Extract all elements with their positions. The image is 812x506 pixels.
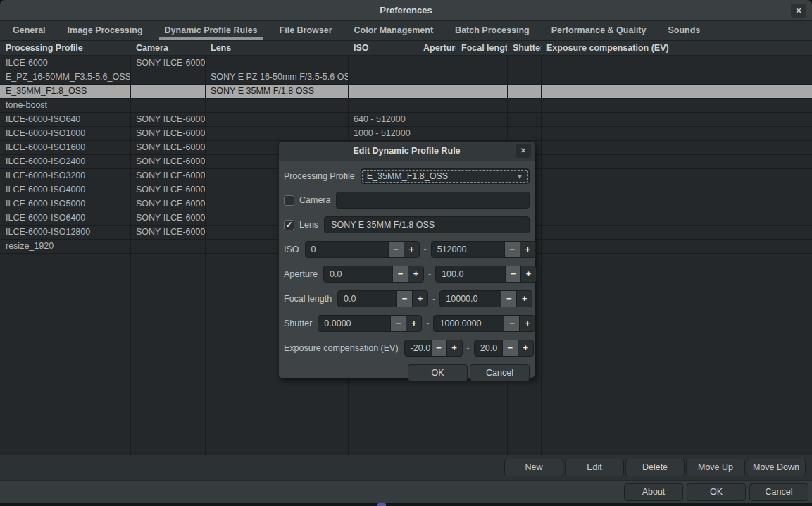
exposure-compensation-ev-max-value[interactable]: 20.0 [475,340,502,356]
increment-button[interactable]: + [519,316,535,331]
iso-min-spinner: 0−+ [305,241,420,258]
edit-button[interactable]: Edit [565,459,624,476]
range-separator: - [420,245,431,254]
table-row[interactable]: E_PZ_16-50MM_F3.5-5.6_OSSSONY E PZ 16-50… [0,70,812,84]
dialog-close-icon[interactable]: ✕ [516,144,531,158]
increment-button[interactable]: + [446,340,462,356]
focal-length-label: Focal length [284,294,332,304]
tab-general[interactable]: General [13,21,46,40]
dialog-cancel-button[interactable]: Cancel [470,364,530,381]
cell-camera: SONY ILCE-6000 [130,211,205,225]
increment-button[interactable]: + [520,242,535,257]
cell-profile: E_35MM_F1.8_OSS [0,84,130,98]
table-row[interactable]: tone-boost [0,98,812,112]
tab-dynamic-profile-rules[interactable]: Dynamic Profile Rules [165,21,258,40]
tab-color-management[interactable]: Color Management [354,21,434,40]
aperture-range-row: Aperture0.0−+-100.0−+ [284,266,530,283]
camera-field[interactable] [336,192,530,209]
cell-camera [130,98,205,112]
new-button[interactable]: New [504,459,563,476]
ok-button[interactable]: OK [687,483,746,501]
table-row-selected[interactable]: E_35MM_F1.8_OSSSONY E 35MM F/1.8 OSS [0,84,812,98]
iso-max-value[interactable]: 512000 [432,242,504,257]
window-close-icon[interactable]: ✕ [791,4,806,18]
row-divider [0,70,812,70]
decrement-button[interactable]: − [388,242,404,257]
preferences-tab-bar: GeneralImage ProcessingDynamic Profile R… [0,21,812,40]
shutter-max-value[interactable]: 1000.0000 [434,316,504,331]
decrement-button[interactable]: − [501,291,516,307]
lens-row: ✓ Lens SONY E 35MM F/1.8 OSS [284,216,530,233]
decrement-button[interactable]: − [504,242,520,257]
column-header-shutter[interactable]: Shutter [507,41,541,56]
taskbar-icon-blip [377,503,386,506]
increment-button[interactable]: + [404,242,419,257]
increment-button[interactable]: + [516,291,532,307]
decrement-button[interactable]: − [396,291,412,307]
cell-profile: ILCE-6000-ISO6400 [0,211,130,225]
column-header-focal-length[interactable]: Focal length [456,41,507,56]
dialog-ok-button[interactable]: OK [408,364,468,381]
tab-image-processing[interactable]: Image Processing [68,21,143,40]
lens-field[interactable]: SONY E 35MM F/1.8 OSS [324,216,530,233]
cell-profile: E_PZ_16-50MM_F3.5-5.6_OSS [0,70,130,84]
decrement-button[interactable]: − [392,266,408,282]
increment-button[interactable]: + [408,266,423,282]
processing-profile-dropdown[interactable]: E_35MM_F1.8_OSS ▼ [361,168,530,184]
tab-file-browser[interactable]: File Browser [280,21,332,40]
column-header-processing-profile[interactable]: Processing Profile [0,41,130,56]
camera-label: Camera [299,195,330,205]
move-down-button[interactable]: Move Down [747,459,806,476]
aperture-label: Aperture [284,269,318,279]
cell-iso [348,56,418,70]
table-row[interactable]: ILCE-6000-ISO1000SONY ILCE-60001000 - 51… [0,126,812,140]
focal-length-min-value[interactable]: 0.0 [338,291,396,307]
column-header-camera[interactable]: Camera [130,41,205,56]
aperture-max-value[interactable]: 100.0 [436,266,505,282]
column-header-aperture[interactable]: Aperture [418,41,456,56]
iso-min-value[interactable]: 0 [306,242,388,257]
aperture-min-value[interactable]: 0.0 [324,266,392,282]
table-row[interactable]: ILCE-6000-ISO640SONY ILCE-6000640 - 5120… [0,112,812,126]
iso-label: ISO [284,245,299,254]
decrement-button[interactable]: − [502,340,518,356]
cancel-button[interactable]: Cancel [749,483,808,501]
lens-checkbox[interactable]: ✓ [284,220,294,230]
about-button[interactable]: About [624,483,683,501]
column-header-lens[interactable]: Lens [205,41,348,56]
dialog-buttons: OK Cancel [284,364,530,381]
cell-lens [205,56,348,70]
increment-button[interactable]: + [412,291,427,307]
increment-button[interactable]: + [406,316,421,331]
processing-profile-value: E_35MM_F1.8_OSS [367,171,516,181]
cell-camera: SONY ILCE-6000 [130,197,205,211]
camera-checkbox[interactable] [284,195,294,206]
increment-button[interactable]: + [518,340,533,356]
taskbar-edge [0,503,812,506]
cell-camera: SONY ILCE-6000 [130,140,205,154]
focal-length-max-value[interactable]: 10000.0 [440,291,501,307]
cell-lens: SONY E 35MM F/1.8 OSS [205,84,348,98]
decrement-button[interactable]: − [390,316,406,331]
tab-batch-processing[interactable]: Batch Processing [455,21,530,40]
shutter-min-value[interactable]: 0.0000 [318,316,390,331]
row-divider [0,84,812,85]
decrement-button[interactable]: − [505,266,520,282]
cell-camera: SONY ILCE-6000 [130,56,205,70]
cell-iso [348,98,418,112]
cell-profile: resize_1920 [0,239,130,253]
table-row[interactable]: ILCE-6000SONY ILCE-6000 [0,56,812,70]
tab-sounds[interactable]: Sounds [668,21,700,40]
dialog-title-bar: Edit Dynamic Profile Rule ✕ [279,142,535,161]
exposure-compensation-ev-min-value[interactable]: -20.0 [405,340,431,356]
column-header-iso[interactable]: ISO [348,41,418,56]
increment-button[interactable]: + [520,266,536,282]
delete-button[interactable]: Delete [625,459,685,476]
cell-profile: ILCE-6000-ISO3200 [0,168,130,183]
decrement-button[interactable]: − [431,340,446,356]
move-up-button[interactable]: Move Up [686,459,745,476]
tab-performance-quality[interactable]: Performance & Quality [551,21,647,40]
column-header-exposure-compensation-ev[interactable]: Exposure compensation (EV) [541,41,812,56]
decrement-button[interactable]: − [504,316,519,331]
processing-profile-label: Processing Profile [284,171,355,181]
